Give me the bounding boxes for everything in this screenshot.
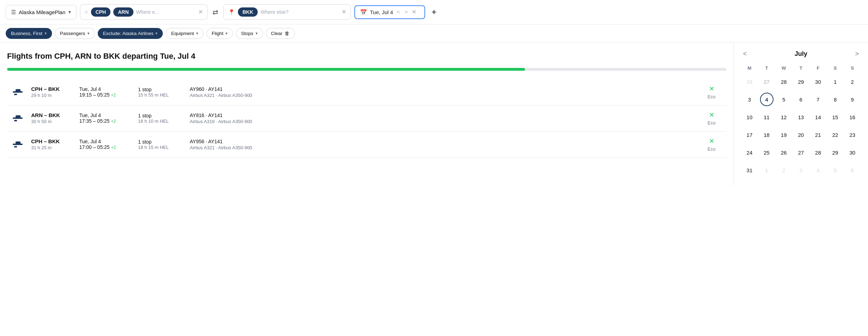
- time-offset: +2: [111, 119, 116, 124]
- swap-button[interactable]: ⇄: [211, 6, 220, 18]
- svg-rect-4: [16, 115, 21, 118]
- calendar-day-cell: 28: [775, 73, 792, 91]
- filter-stops[interactable]: Stops ▾: [236, 28, 263, 39]
- dest-airport-bkk[interactable]: BKK: [238, 7, 258, 17]
- calendar-day[interactable]: 28: [811, 146, 825, 159]
- origin-location-icon: ○: [85, 9, 88, 15]
- calendar-day[interactable]: 6: [794, 93, 807, 106]
- route-label: ARN – BKK: [31, 112, 74, 118]
- origin-airport-cph[interactable]: CPH: [91, 7, 111, 17]
- flight-row[interactable]: ARN – BKK 30 h 50 m Tue, Jul 4 17:35 – 0…: [7, 105, 726, 132]
- calendar-day[interactable]: 1: [828, 75, 842, 88]
- calendar-day[interactable]: 5: [777, 93, 790, 106]
- calendar-day[interactable]: 2: [846, 75, 859, 88]
- calendar-day-cell: 26: [741, 73, 758, 91]
- calendar-day[interactable]: 4: [760, 93, 773, 106]
- filter-equipment-chevron: ▾: [196, 31, 198, 36]
- dest-close-icon[interactable]: ✕: [342, 9, 346, 15]
- calendar-day[interactable]: 26: [777, 146, 790, 159]
- filter-equipment[interactable]: Equipment ▾: [166, 28, 204, 39]
- flight-date: Tue, Jul 4: [79, 139, 132, 144]
- flight-availability: ✕ Eco: [701, 111, 722, 126]
- date-prev-icon[interactable]: <: [396, 9, 401, 15]
- calendar-week-row: 3456789: [741, 91, 861, 108]
- availability-icon: ✕: [709, 137, 714, 145]
- class-label: Eco: [708, 120, 715, 126]
- calendar-weekday: T: [758, 63, 775, 73]
- calendar-day: 5: [828, 163, 842, 177]
- time-offset: +2: [111, 93, 116, 98]
- program-selector[interactable]: ☰ Alaska MileagePlan ▾: [6, 5, 76, 19]
- date-next-icon[interactable]: >: [404, 9, 409, 15]
- calendar-days: 2627282930123456789101112131415161718192…: [741, 73, 861, 179]
- stop-detail: 18 h 15 m HEL: [138, 145, 184, 150]
- add-search-button[interactable]: +: [429, 6, 439, 18]
- calendar-day[interactable]: 7: [811, 93, 825, 106]
- calendar-day[interactable]: 27: [760, 75, 773, 88]
- calendar-day-cell: 21: [810, 126, 827, 144]
- route-label: CPH – BKK: [31, 86, 74, 92]
- calendar-day[interactable]: 13: [794, 110, 807, 124]
- filter-exclude-alaska[interactable]: Exclude: Alaska Airlines ▾: [98, 28, 163, 39]
- calendar-day[interactable]: 23: [846, 128, 859, 141]
- calendar-day[interactable]: 8: [828, 93, 842, 106]
- calendar-day[interactable]: 21: [811, 128, 825, 141]
- flight-row[interactable]: CPH – BKK 31 h 25 m Tue, Jul 4 17:00 – 0…: [7, 132, 726, 158]
- origin-box[interactable]: ○ CPH ARN Where e… ✕: [80, 4, 207, 20]
- calendar-prev-button[interactable]: <: [741, 50, 749, 58]
- calendar-day-cell: 28: [810, 144, 827, 161]
- filter-flight-label: Flight: [212, 31, 223, 36]
- calendar-week-row: 10111213141516: [741, 108, 861, 126]
- calendar-day[interactable]: 20: [794, 128, 807, 141]
- flight-row[interactable]: CPH – BKK 29 h 10 m Tue, Jul 4 19:15 – 0…: [7, 79, 726, 105]
- progress-bar-fill: [7, 68, 525, 71]
- calendar-day: 26: [743, 75, 756, 88]
- destination-box[interactable]: 📍 BKK Where else? ✕: [223, 4, 351, 20]
- filter-clear[interactable]: Clear 🗑: [266, 28, 295, 39]
- calendar-day[interactable]: 19: [777, 128, 790, 141]
- calendar-day[interactable]: 14: [811, 110, 825, 124]
- calendar-day[interactable]: 11: [760, 110, 773, 124]
- calendar-next-button[interactable]: >: [853, 50, 861, 58]
- calendar-day[interactable]: 18: [760, 128, 773, 141]
- origin-airport-arn[interactable]: ARN: [113, 7, 133, 17]
- title-middle: to: [94, 52, 103, 60]
- calendar-day-cell: 14: [810, 108, 827, 126]
- origin-close-icon[interactable]: ✕: [198, 9, 203, 15]
- filter-passengers-label: Passengers: [60, 31, 85, 36]
- calendar-day[interactable]: 27: [794, 146, 807, 159]
- filter-business-first[interactable]: Business, First ▾: [6, 28, 52, 39]
- calendar-day[interactable]: 30: [811, 75, 825, 88]
- calendar-day-cell: 4: [758, 91, 775, 108]
- date-selector[interactable]: 📅 Tue, Jul 4 < > ✕: [354, 5, 425, 19]
- flight-availability: ✕ Eco: [701, 85, 722, 99]
- calendar-day[interactable]: 22: [828, 128, 842, 141]
- calendar-day[interactable]: 30: [846, 146, 859, 159]
- calendar-day[interactable]: 31: [743, 163, 756, 177]
- calendar-day-cell: 29: [792, 73, 809, 91]
- class-label: Eco: [708, 94, 715, 99]
- calendar-day[interactable]: 29: [828, 146, 842, 159]
- calendar-day-cell: 15: [827, 108, 844, 126]
- calendar-day[interactable]: 28: [777, 75, 790, 88]
- selected-date: Tue, Jul 4: [370, 9, 393, 15]
- calendar-day[interactable]: 16: [846, 110, 859, 124]
- calendar-day[interactable]: 12: [777, 110, 790, 124]
- calendar-day[interactable]: 25: [760, 146, 773, 159]
- date-close-icon[interactable]: ✕: [412, 9, 416, 15]
- calendar-day[interactable]: 10: [743, 110, 756, 124]
- calendar-day[interactable]: 29: [794, 75, 807, 88]
- calendar-day-cell: 5: [827, 161, 844, 179]
- title-dest: BKK: [103, 52, 120, 60]
- calendar-day[interactable]: 17: [743, 128, 756, 141]
- calendar-day[interactable]: 9: [846, 93, 859, 106]
- calendar-day[interactable]: 3: [743, 93, 756, 106]
- filter-clear-trash-icon: 🗑: [285, 31, 290, 36]
- calendar-day-cell: 1: [827, 73, 844, 91]
- filter-passengers[interactable]: Passengers ▾: [55, 28, 95, 39]
- filter-flight[interactable]: Flight ▾: [206, 28, 233, 39]
- calendar-day[interactable]: 24: [743, 146, 756, 159]
- calendar-day[interactable]: 15: [828, 110, 842, 124]
- flight-stop: 1 stop 18 h 15 m HEL: [138, 139, 184, 150]
- calendar-weekday-header: MTWTFSS: [741, 63, 861, 73]
